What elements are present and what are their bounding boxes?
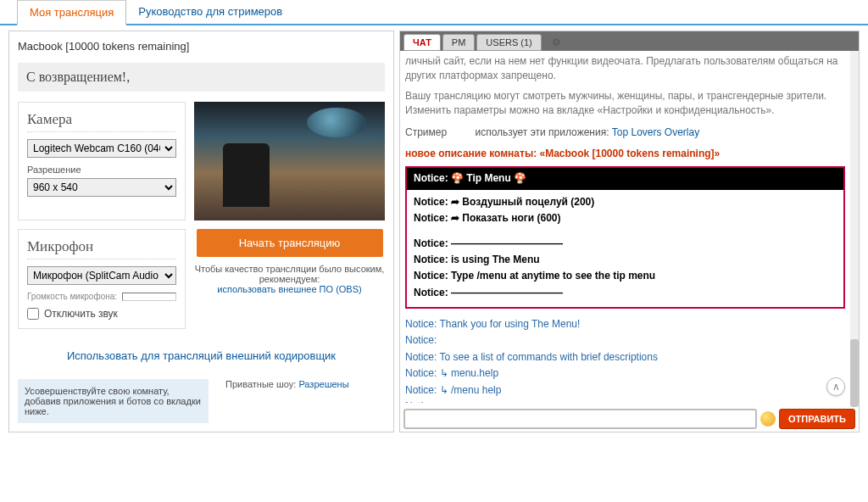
mute-label: Отключить звук (44, 308, 118, 320)
mic-volume-slider[interactable] (122, 293, 176, 301)
mute-checkbox-row[interactable]: Отключить звук (27, 308, 176, 320)
chat-tab-chat[interactable]: ЧАТ (403, 34, 441, 51)
private-show-info: Приватные шоу: Разрешены (225, 379, 349, 389)
gear-icon[interactable]: ⚙ (547, 35, 566, 50)
mic-volume-label: Громкость микрофона: (27, 292, 117, 301)
quality-hint: Чтобы качество трансляции было высоким, … (194, 264, 385, 294)
top-tab-bar: Моя трансляция Руководство для стримеров (0, 0, 868, 25)
room-description-update: новое описание комнаты: «Macbook [10000 … (405, 147, 845, 161)
system-notice: личный сайт, если на нем нет функции вид… (405, 54, 845, 84)
chat-panel: ЧАТ PM USERS (1) ⚙ личный сайт, если на … (399, 31, 860, 432)
send-button[interactable]: ОТПРАВИТЬ (779, 409, 855, 429)
camera-preview (194, 102, 385, 220)
system-notice: Вашу трансляцию могут смотреть мужчины, … (405, 89, 845, 119)
room-title: Macbook [10000 tokens remaining] (18, 40, 385, 53)
broadcast-panel: Macbook [10000 tokens remaining] С возвр… (8, 31, 394, 432)
tip-menu-sep: Notice: ——————————— (414, 286, 837, 300)
improve-room-notice: Усовершенствуйте свою комнату, добавив п… (18, 379, 209, 423)
microphone-controls: Микрофон Микрофон (SplitCam Audio M Гром… (18, 229, 186, 329)
menu-notice-block: Notice: Thank you for using The Menu! No… (405, 317, 845, 403)
emoji-icon[interactable] (760, 411, 776, 427)
camera-heading: Камера (27, 111, 176, 132)
chat-scroll-area: личный сайт, если на нем нет функции вид… (400, 51, 850, 403)
tip-menu-using: Notice: is using The Menu (414, 253, 837, 267)
tip-menu-sep: Notice: ——————————— (414, 237, 837, 251)
tab-streamer-guide[interactable]: Руководство для стримеров (126, 0, 294, 24)
camera-controls: Камера Logitech Webcam C160 (046 Разреше… (18, 102, 186, 220)
chat-input-row: ОТПРАВИТЬ (400, 406, 859, 432)
obs-link[interactable]: использовать внешнее ПО (OBS) (217, 284, 361, 294)
chat-tab-users[interactable]: USERS (1) (476, 34, 541, 51)
private-show-link[interactable]: Разрешены (298, 379, 348, 389)
external-encoder-link[interactable]: Использовать для трансляций внешний коди… (18, 349, 385, 362)
chat-tab-pm[interactable]: PM (442, 34, 476, 51)
mute-checkbox[interactable] (27, 308, 39, 320)
microphone-heading: Микрофон (27, 238, 176, 259)
tip-menu-hint: Notice: Type /menu at anytime to see the… (414, 269, 837, 283)
scrollbar-thumb[interactable] (850, 339, 859, 407)
start-broadcast-button[interactable]: Начать трансляцию (197, 229, 383, 257)
resolution-label: Разрешение (27, 165, 176, 175)
resolution-select[interactable]: 960 x 540 (27, 178, 176, 197)
scroll-indicator-button[interactable]: ∧ (826, 377, 845, 396)
app-link[interactable]: Top Lovers Overlay (612, 126, 699, 138)
tip-menu-header: Notice: 🍄 Tip Menu 🍄 (407, 168, 843, 189)
apps-line: Стример использует эти приложения: Top L… (405, 126, 845, 140)
chat-tab-bar: ЧАТ PM USERS (1) ⚙ (400, 31, 859, 51)
welcome-message: С возвращением!, (18, 63, 385, 92)
camera-source-select[interactable]: Logitech Webcam C160 (046 (27, 139, 176, 158)
tip-menu-item: Notice: ➦ Воздушный поцелуй (200) (414, 195, 837, 209)
chat-scrollbar[interactable] (850, 51, 859, 403)
microphone-source-select[interactable]: Микрофон (SplitCam Audio M (27, 266, 176, 285)
chat-input[interactable] (403, 409, 757, 429)
tip-menu-box: Notice: 🍄 Tip Menu 🍄 Notice: ➦ Воздушный… (405, 166, 845, 309)
tip-menu-item: Notice: ➦ Показать ноги (600) (414, 211, 837, 226)
tab-my-stream[interactable]: Моя трансляция (17, 0, 126, 25)
